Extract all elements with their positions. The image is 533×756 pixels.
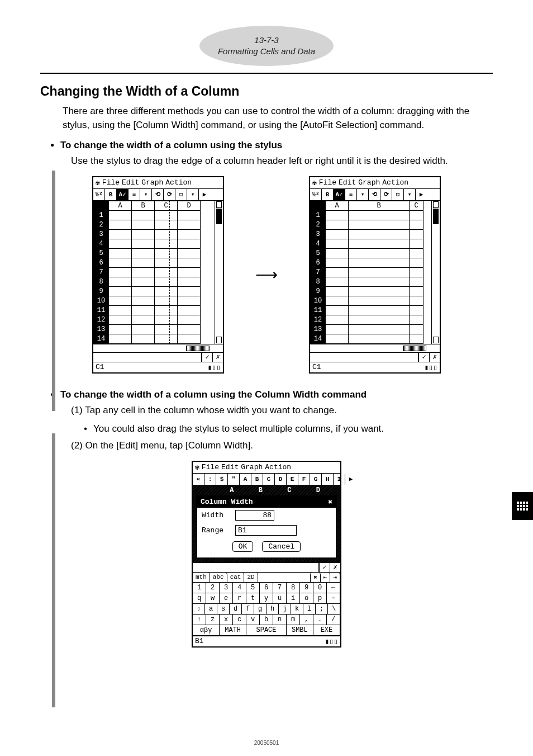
key[interactable]: q xyxy=(193,593,206,604)
key[interactable]: s xyxy=(217,604,230,615)
tool-dropdown2-icon[interactable]: ▾ xyxy=(404,189,416,200)
tab-f[interactable]: F xyxy=(298,474,310,485)
col-header-a[interactable]: A xyxy=(326,201,349,210)
key[interactable]: j xyxy=(279,604,291,615)
kbd-side-close-icon[interactable]: ✖ xyxy=(310,573,321,582)
tool-align-icon[interactable]: ≡ xyxy=(345,189,357,200)
key[interactable]: g xyxy=(254,604,266,615)
key-exe[interactable]: EXE xyxy=(313,625,340,636)
tool-chart-icon[interactable]: ⚃ xyxy=(392,189,404,200)
key[interactable]: 4 xyxy=(233,583,246,593)
tab-quote[interactable]: " xyxy=(228,474,240,485)
kbd-tab-abc[interactable]: abc xyxy=(210,573,227,582)
menu-file[interactable]: File xyxy=(319,178,336,187)
tab-g[interactable]: G xyxy=(310,474,322,485)
key[interactable]: , xyxy=(300,615,313,625)
menu-file[interactable]: File xyxy=(102,178,120,187)
menu-action[interactable]: Action xyxy=(382,178,408,187)
spreadsheet-grid[interactable]: A B C 1 2 3 4 5 6 7 8 9 xyxy=(310,201,431,344)
menu-edit[interactable]: Edit xyxy=(339,178,356,187)
tool-align-icon[interactable]: ≡ xyxy=(129,189,140,200)
menu-graph[interactable]: Graph xyxy=(141,178,163,187)
key[interactable]: x xyxy=(220,615,233,625)
key-smbl[interactable]: SMBL xyxy=(287,625,313,636)
tool-undo-icon[interactable]: ⟲ xyxy=(369,189,380,200)
key[interactable]: 0 xyxy=(313,583,327,593)
formula-cancel-icon[interactable]: ✗ xyxy=(429,353,440,362)
vertical-scrollbar[interactable] xyxy=(431,201,440,344)
formula-bar[interactable]: ✓ ✗ xyxy=(93,352,223,362)
key[interactable]: t xyxy=(246,593,260,604)
key[interactable]: f xyxy=(242,604,254,615)
tab-dollar[interactable]: $ xyxy=(216,474,228,485)
key[interactable]: n xyxy=(273,615,287,625)
key[interactable]: 5 xyxy=(246,583,260,593)
key[interactable]: a xyxy=(205,604,217,615)
key[interactable]: p xyxy=(313,593,327,604)
formula-cancel-icon[interactable]: ✗ xyxy=(330,563,340,572)
kbd-side-left-icon[interactable]: ⇤ xyxy=(321,573,331,582)
kbd-tab-mth[interactable]: mth xyxy=(193,573,210,582)
key-math[interactable]: MATH xyxy=(220,625,246,636)
key[interactable]: b xyxy=(260,615,273,625)
width-field[interactable]: 88 xyxy=(235,510,274,521)
tab-a[interactable]: A xyxy=(240,474,251,485)
kbd-tab-cat[interactable]: cat xyxy=(227,573,245,582)
key[interactable]: m xyxy=(287,615,300,625)
tool-redo-icon[interactable]: ⟳ xyxy=(164,189,175,200)
key[interactable]: \ xyxy=(328,604,340,615)
vertical-scrollbar[interactable] xyxy=(215,201,223,344)
tab-b[interactable]: B xyxy=(251,474,263,485)
kbd-side-right-icon[interactable]: ⇥ xyxy=(330,573,340,582)
key[interactable]: 6 xyxy=(260,583,273,593)
tool-font-icon[interactable]: A✓ xyxy=(117,189,129,200)
key[interactable]: e xyxy=(220,593,233,604)
menu-graph[interactable]: Graph xyxy=(358,178,380,187)
menu-action[interactable]: Action xyxy=(265,463,291,471)
key[interactable]: u xyxy=(273,593,287,604)
key[interactable]: l xyxy=(303,604,316,615)
tool-bold-icon[interactable]: B xyxy=(322,189,334,200)
key[interactable]: r xyxy=(233,593,246,604)
tab-d[interactable]: D xyxy=(275,474,287,485)
col-header-b[interactable]: B xyxy=(349,201,410,210)
tab-h[interactable]: H xyxy=(322,474,334,485)
key[interactable]: 7 xyxy=(273,583,287,593)
key[interactable]: d xyxy=(230,604,242,615)
menu-edit[interactable]: Edit xyxy=(122,178,139,187)
tool-more-icon[interactable]: ▶ xyxy=(199,189,210,200)
spreadsheet-grid[interactable]: A B C D 1 2 3 4 5 6 7 8 xyxy=(93,201,215,344)
menu-file[interactable]: File xyxy=(202,463,219,471)
key[interactable]: 9 xyxy=(300,583,313,593)
col-header-a[interactable]: A xyxy=(109,201,132,210)
key-backspace-icon[interactable]: ← xyxy=(327,583,340,593)
menu-action[interactable]: Action xyxy=(165,178,192,187)
key[interactable]: v xyxy=(246,615,260,625)
menu-graph[interactable]: Graph xyxy=(241,463,263,471)
key-greek[interactable]: αβγ xyxy=(193,625,220,636)
col-header-c[interactable]: C xyxy=(155,201,178,210)
horizontal-scrollbar[interactable] xyxy=(93,344,223,352)
formula-bar[interactable]: ✓ ✗ xyxy=(193,563,340,572)
col-header-d[interactable]: D xyxy=(178,201,201,210)
tool-more-icon[interactable]: ▶ xyxy=(416,189,427,200)
tab-i[interactable]: I xyxy=(334,474,345,485)
tool-font-icon[interactable]: A✓ xyxy=(334,189,345,200)
kbd-tab-2d[interactable]: 2D xyxy=(244,573,258,582)
key[interactable]: − xyxy=(327,593,340,604)
formula-ok-icon[interactable]: ✓ xyxy=(202,353,212,362)
key[interactable]: z xyxy=(206,615,220,625)
col-header-b[interactable]: B xyxy=(132,201,155,210)
tool-undo-icon[interactable]: ⟲ xyxy=(152,189,164,200)
tab-prev-icon[interactable]: « xyxy=(193,474,204,485)
key-shift-icon[interactable]: ↑ xyxy=(193,615,206,625)
key[interactable]: 1 xyxy=(193,583,206,593)
tool-bold-icon[interactable]: B xyxy=(105,189,117,200)
tool-redo-icon[interactable]: ⟳ xyxy=(380,189,392,200)
tool-frac-icon[interactable]: ½² xyxy=(310,189,322,200)
tool-dropdown1-icon[interactable]: ▾ xyxy=(357,189,369,200)
tab-next-icon[interactable]: ▶ xyxy=(345,474,356,485)
tab-c[interactable]: C xyxy=(263,474,275,485)
key[interactable]: c xyxy=(233,615,246,625)
key[interactable]: 3 xyxy=(220,583,233,593)
